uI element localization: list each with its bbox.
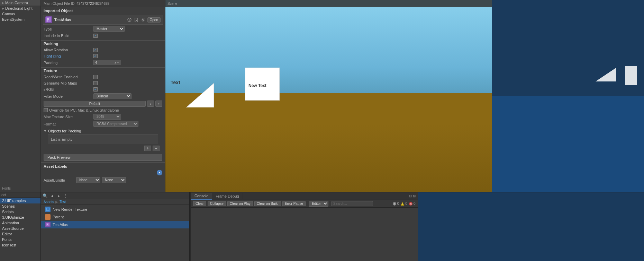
proj-toolbar-icon3[interactable]: ▸ (56, 193, 62, 199)
read-write-checkbox[interactable] (93, 75, 98, 79)
default-down-arrow[interactable]: ↓ (147, 101, 154, 107)
asset-bundle-dropdown1[interactable]: None (76, 177, 100, 183)
project-item-render-texture[interactable]: New Render Texture (41, 206, 189, 213)
hierarchy-item-maincamera[interactable]: ▶ Main Camera (0, 0, 40, 6)
project-panel: 🔍 ◂ ▸ ⋮ Assets ▶ Test New Render Texture (41, 192, 190, 261)
hier-item-2uiexamples[interactable]: 2.UIExamples (0, 198, 40, 203)
hier-item-fonts[interactable]: Fonts (0, 237, 40, 242)
svg-marker-9 (596, 68, 616, 81)
console-search-input[interactable] (332, 201, 373, 206)
clear-on-play-button[interactable]: Clear on Play (227, 201, 253, 206)
hier-item-animation[interactable]: Animation (0, 220, 40, 226)
scene-toolbar: Scene (165, 0, 492, 7)
hier-item-label: Animation (2, 221, 19, 225)
default-label: Default (44, 101, 146, 107)
asset-labels-icon[interactable]: ● (157, 170, 162, 175)
search-icon[interactable]: 🔍 (42, 193, 48, 199)
default-up-arrow[interactable]: ↑ (155, 101, 162, 107)
gear-icon[interactable] (140, 17, 146, 23)
padding-stepper[interactable]: ▲▼ (114, 61, 119, 64)
proj-toolbar-icon2[interactable]: ◂ (49, 193, 55, 199)
editor-dropdown[interactable]: Editor (309, 201, 328, 207)
right-shape-2 (625, 66, 637, 86)
clear-on-build-button[interactable]: Clear on Build (254, 201, 281, 206)
svg-marker-5 (135, 18, 138, 21)
bookmark-icon[interactable] (134, 17, 139, 23)
tab-console[interactable]: Console (191, 193, 212, 200)
open-button[interactable]: Open (147, 17, 161, 23)
main-file-id-row: Main Object File ID 43437272346284688 (41, 0, 165, 7)
resize-icon1[interactable]: ⊟ (409, 194, 412, 198)
console-content (191, 208, 418, 261)
hier-item-label: Editor (2, 232, 12, 236)
filter-mode-dropdown[interactable]: Bilinear Point Trilinear (93, 93, 131, 99)
format-dropdown[interactable]: RGBA Compressed RGBA 32bit (93, 121, 138, 127)
hierarchy-item-dirlight[interactable]: ▶ Directional Light (0, 6, 40, 11)
svg-rect-12 (47, 208, 49, 210)
srgb-checkbox[interactable] (93, 87, 98, 92)
tab-frame-debug[interactable]: Frame Debug (212, 193, 243, 199)
hier-item-scripts[interactable]: Scripts (0, 209, 40, 215)
override-label: Override for PC, Mac & Linux Standalone (49, 108, 119, 112)
override-checkbox[interactable] (44, 108, 48, 112)
project-list: New Render Texture Parent TestAtlas (41, 205, 189, 261)
project-item-testatlas[interactable]: TestAtlas (41, 221, 189, 228)
srgb-row: sRGB (41, 86, 165, 93)
list-remove-button[interactable]: − (153, 146, 160, 151)
hier-item-label: Fonts (2, 237, 12, 242)
info-icon[interactable]: i (127, 17, 132, 23)
tight-cling-checkbox[interactable] (93, 54, 98, 58)
gen-mip-row: Generate Mip Maps (41, 80, 165, 86)
scene-triangle (186, 83, 214, 108)
breadcrumb-test[interactable]: Test (60, 200, 66, 204)
hier-item-assetsource[interactable]: AssetSource (0, 226, 40, 231)
allow-rotation-label: Allow Rotation (44, 48, 92, 52)
clear-button[interactable]: Clear (193, 201, 206, 206)
asset-bundle-dropdown2[interactable]: None (102, 177, 126, 183)
hier-item-icontest[interactable]: IconTest (0, 242, 40, 248)
type-dropdown[interactable]: Master Variant (93, 26, 125, 32)
svg-rect-15 (47, 224, 48, 225)
proj-toolbar-icon4[interactable]: ⋮ (63, 193, 69, 199)
type-row: Type Master Variant (41, 25, 165, 33)
include-in-build-checkbox[interactable] (93, 34, 98, 38)
list-add-button[interactable]: + (144, 146, 151, 151)
hier-item-label: Scenes (2, 204, 15, 208)
objects-for-packing-section: ▼ Objects for Packing List is Empty + − (41, 128, 165, 153)
svg-text:!: ! (402, 203, 403, 206)
fonts-label: Fonts (0, 185, 40, 192)
svg-point-6 (143, 19, 144, 20)
gen-mip-checkbox[interactable] (93, 81, 98, 85)
project-item-parent[interactable]: Parent (41, 213, 189, 221)
pack-preview-button[interactable]: Pack Preview (44, 154, 162, 161)
allow-rotation-checkbox[interactable] (93, 48, 98, 52)
right-top (492, 0, 644, 96)
error-pause-button[interactable]: Error Pause (282, 201, 306, 206)
right-shape-1 (596, 68, 616, 82)
console-toolbar: Clear Collapse Clear on Play Clear on Bu… (191, 200, 418, 208)
scene-text-1: Text (171, 80, 180, 85)
object-name: TestAtlas (54, 18, 125, 22)
texture-section-header: Texture (41, 67, 165, 74)
project-toolbar: 🔍 ◂ ▸ ⋮ (41, 192, 189, 199)
parent-icon (45, 214, 51, 220)
hierarchy-item-canvas[interactable]: Canvas (0, 11, 40, 17)
padding-field[interactable]: 4 ▲▼ (93, 60, 121, 65)
collapse-button[interactable]: Collapse (208, 201, 226, 206)
hierarchy-item-eventsystem[interactable]: EventSystem (0, 17, 40, 22)
hier-item-label: Scripts (2, 210, 14, 214)
hier-item-editor[interactable]: Editor (0, 231, 40, 237)
scene-toolbar-label: Scene (167, 2, 177, 6)
tight-cling-label: Tight cling (44, 54, 92, 58)
include-in-build-row: Include in Build (41, 33, 165, 39)
inspector-panel: Main Object File ID 43437272346284688 Im… (41, 0, 165, 192)
resize-icon2[interactable]: ⊠ (413, 194, 416, 198)
main-file-id-label: Main Object File ID (44, 1, 74, 6)
hier-item-scenes[interactable]: Scenes (0, 203, 40, 209)
imported-object-header: Imported Object (41, 7, 165, 14)
max-tex-size-dropdown[interactable]: 2048 1024 512 (93, 114, 121, 120)
list-controls: + − (44, 145, 162, 152)
hier-item-3uioptimize[interactable]: 3.UIOptimize (0, 215, 40, 220)
breadcrumb-assets[interactable]: Assets (44, 200, 54, 204)
svg-marker-8 (186, 83, 214, 107)
